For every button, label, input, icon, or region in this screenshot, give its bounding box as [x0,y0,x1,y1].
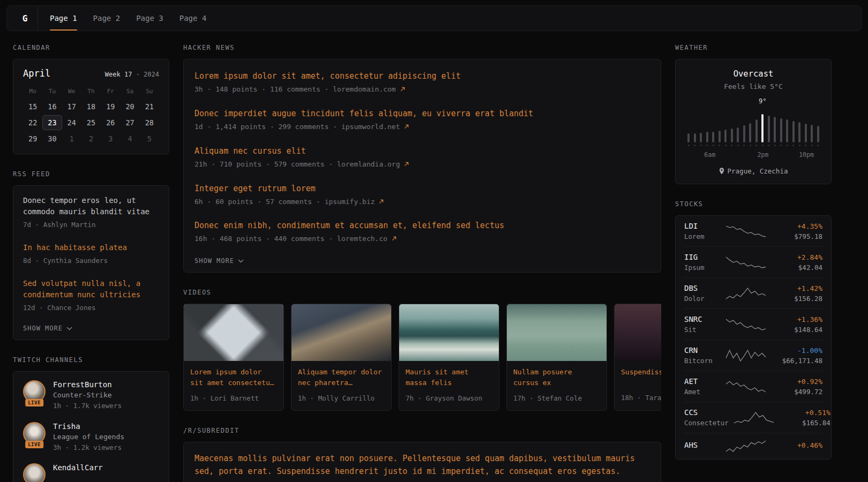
hn-show-more-button[interactable]: SHOW MORE [194,251,650,272]
sparkline-svg [725,349,767,363]
video-thumbnail[interactable] [291,304,391,361]
bar [749,123,751,142]
stock-row[interactable]: IIGIpsum+2.84%$42.04 [683,246,824,277]
stock-row[interactable]: DBSDolor+1.42%$156.28 [683,277,824,308]
video-title[interactable]: Mauris sit amet massa felis [406,367,492,388]
calendar-day[interactable]: 16 [42,99,62,114]
stock-id: IIGIpsum [684,253,721,272]
calendar-day[interactable]: 22 [23,115,42,130]
app-logo: G [12,6,38,31]
calendar-day[interactable]: 24 [62,115,81,130]
calendar-day-header: Fr [101,84,120,98]
hn-item-title[interactable]: Donec enim nibh, condimentum et accumsan… [194,221,650,230]
video-title[interactable]: Nullam posuere cursus ex [513,367,600,388]
stock-change: +0.46% [772,441,822,449]
stock-price: $66,171.48 [772,357,822,365]
stock-row[interactable]: LDILorem+4.35%$795.18 [683,216,824,246]
calendar-day[interactable]: 26 [101,115,120,130]
twitch-channel-meta: 3h · 1.2k viewers [53,443,124,453]
hn-item-meta: 6h · 60 points · 57 comments · ipsumify.… [194,197,650,207]
calendar-day[interactable]: 3 [101,131,120,146]
stock-row[interactable]: CRNBitcorn-1.00%$66,171.48 [683,340,824,371]
rss-item-title[interactable]: Donec tempor eros leo, ut commodo mauris… [23,195,159,217]
stock-row[interactable]: CCSConsectetur+0.51%$165.84 [683,402,824,433]
page-tabs: Page 1Page 2Page 3Page 4 [42,6,214,31]
video-thumbnail[interactable] [184,304,283,361]
video-title[interactable]: Aliquam tempor dolor nec pharetra… [298,367,385,388]
video-card[interactable]: Suspendisse diam18h · Tara [614,304,661,410]
calendar-day[interactable]: 4 [120,131,139,146]
stock-row[interactable]: SNRCSit+1.36%$148.64 [683,308,824,340]
weather-hour-bar [724,130,727,146]
video-thumbnail[interactable] [507,304,607,361]
stock-id: CCSConsectetur [684,408,729,427]
twitch-widget: LIVEForrestBurtonCounter-Strike1h · 1.7k… [13,371,169,482]
video-card[interactable]: Aliquam tempor dolor nec pharetra…1h · M… [291,304,392,410]
twitch-channel-name[interactable]: ForrestBurton [53,380,122,389]
hn-item-domain[interactable]: ipsumify.biz [325,198,384,206]
subreddit-post-title[interactable]: Maecenas mollis pulvinar erat non posuer… [194,452,650,479]
show-more-label: SHOW MORE [194,257,234,265]
sparkline-svg [725,287,767,300]
hn-item-title[interactable]: Integer eget rutrum lorem [194,184,650,193]
weather-hour-bar [749,123,751,146]
stock-name: Consectetur [684,419,729,427]
video-thumbnail[interactable] [399,304,499,361]
video-thumbnail[interactable] [615,304,661,361]
calendar-day[interactable]: 2 [81,131,101,146]
calendar-day-selected[interactable]: 23 [42,115,62,130]
hn-item-title[interactable]: Aliquam nec cursus elit [194,146,650,156]
hn-item-title[interactable]: Donec imperdiet augue tincidunt felis al… [194,109,650,118]
rss-item-title[interactable]: In hac habitasse platea [23,242,159,253]
tab-page-4[interactable]: Page 4 [179,6,207,31]
video-title[interactable]: Suspendisse diam [621,367,661,388]
calendar-day[interactable]: 5 [140,131,159,146]
twitch-channel[interactable]: LIVEKendallCarr [23,463,159,482]
chevron-down-icon [238,259,244,263]
weather-hour-bar [731,129,733,146]
weather-hour-bar [780,118,782,146]
calendar-day[interactable]: 27 [120,115,139,130]
twitch-channel[interactable]: LIVEForrestBurtonCounter-Strike1h · 1.7k… [23,380,159,411]
rss-show-more-button[interactable]: SHOW MORE [23,318,159,340]
hn-item-domain[interactable]: ipsumworld.net [341,123,409,131]
calendar-day[interactable]: 17 [62,99,81,114]
video-card[interactable]: Mauris sit amet massa felis7h · Grayson … [399,304,499,410]
calendar-day[interactable]: 19 [101,99,120,114]
twitch-channel-name[interactable]: Trisha [53,422,124,431]
twitch-channel[interactable]: LIVETrishaLeague of Legends3h · 1.2k vie… [23,422,159,453]
video-card[interactable]: Lorem ipsum dolor sit amet consectetu…1h… [183,304,284,410]
calendar-day[interactable]: 15 [23,99,42,114]
dot [774,145,776,146]
twitch-avatar-wrap: LIVE [23,380,46,403]
video-card-body: Nullam posuere cursus ex17h · Stefan Col… [507,361,607,410]
hn-item-domain[interactable]: loremdomain.com [333,85,405,93]
video-title[interactable]: Lorem ipsum dolor sit amet consectetu… [190,367,277,388]
hn-item-title[interactable]: Lorem ipsum dolor sit amet, consectetur … [194,71,650,81]
calendar-day[interactable]: 1 [62,131,81,146]
calendar-day[interactable]: 30 [42,131,62,146]
stock-row[interactable]: AHS+0.46% [683,433,824,459]
stock-row[interactable]: AETAmet+0.92%$499.72 [683,371,824,402]
bar [687,133,690,142]
calendar-day[interactable]: 29 [23,131,42,146]
bar [780,118,782,142]
calendar-day[interactable]: 18 [81,99,101,114]
hn-item-domain[interactable]: loremlandia.org [337,160,409,168]
twitch-channel-name[interactable]: KendallCarr [53,463,103,472]
calendar-day[interactable]: 28 [140,115,159,130]
hn-item-domain[interactable]: loremtech.co [337,235,396,243]
stock-change: +0.92% [772,378,822,386]
section-title-rss: RSS FEED [13,170,169,178]
video-card-body: Suspendisse diam18h · Tara [615,361,661,410]
tab-page-2[interactable]: Page 2 [93,6,121,31]
video-card[interactable]: Nullam posuere cursus ex17h · Stefan Col… [506,304,607,410]
tab-page-1[interactable]: Page 1 [50,6,77,31]
rss-item-title[interactable]: Sed volutpat nulla nisl, a condimentum n… [23,278,159,300]
twitch-channel-game: Counter-Strike [53,391,122,399]
calendar-day[interactable]: 21 [140,99,159,114]
calendar-day[interactable]: 25 [81,115,101,130]
tab-page-3[interactable]: Page 3 [136,6,163,31]
calendar-day[interactable]: 20 [120,99,139,114]
calendar-day-header: We [62,84,81,98]
